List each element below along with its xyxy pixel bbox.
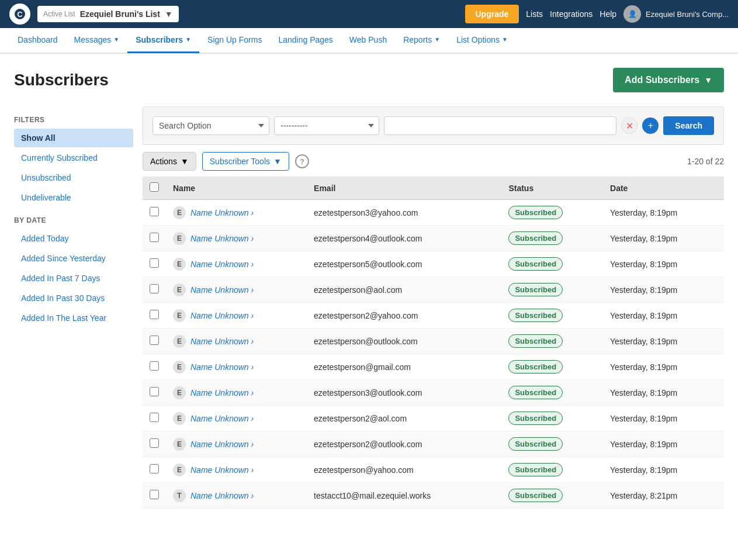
search-bar: Search Option ---------- ✕ + Search <box>143 106 724 145</box>
chevron-down-icon: ▼ <box>185 36 191 43</box>
row-checkbox[interactable] <box>150 438 159 448</box>
subscriber-type-badge: E <box>173 361 186 374</box>
sidebar-item-added-since-yesterday[interactable]: Added Since Yesterday <box>14 249 133 268</box>
table-row: E Name Unknown › ezetestperson2@aol.com … <box>143 406 724 431</box>
row-checkbox-cell <box>143 406 166 431</box>
content-area: Search Option ---------- ✕ + Search Acti… <box>143 106 724 509</box>
row-checkbox[interactable] <box>150 207 159 216</box>
status-badge: Subscribed <box>508 283 563 296</box>
add-subscribers-button[interactable]: Add Subscribers ▼ <box>613 68 724 92</box>
nav-lists-link[interactable]: Lists <box>526 9 543 19</box>
status-badge: Subscribed <box>508 489 563 502</box>
add-search-condition-button[interactable]: + <box>642 117 659 134</box>
email-cell: ezetestperson3@outlook.com <box>307 380 501 406</box>
subscriber-name-link[interactable]: Name Unknown › <box>190 234 254 243</box>
row-checkbox[interactable] <box>150 464 159 473</box>
email-cell: ezetestperson@outlook.com <box>307 329 501 354</box>
subscriber-name-link[interactable]: Name Unknown › <box>190 311 254 320</box>
table-row: E Name Unknown › ezetestperson@aol.com S… <box>143 277 724 303</box>
subscriber-name-link[interactable]: Name Unknown › <box>190 260 254 269</box>
sidebar-item-added-past-30-days[interactable]: Added In Past 30 Days <box>14 289 133 307</box>
name-cell: E Name Unknown › <box>166 457 307 483</box>
subscriber-name-link[interactable]: Name Unknown › <box>190 440 254 449</box>
status-badge: Subscribed <box>508 437 563 451</box>
name-cell: E Name Unknown › <box>166 226 307 251</box>
row-checkbox[interactable] <box>150 413 159 422</box>
email-cell: ezetestperson2@outlook.com <box>307 431 501 457</box>
main-layout: FILTERS Show All Currently Subscribed Un… <box>14 106 724 509</box>
email-cell: ezetestperson4@outlook.com <box>307 226 501 251</box>
active-list-selector[interactable]: Active List Ezequiel Bruni's List ▼ <box>37 6 179 22</box>
subscriber-name-link[interactable]: Name Unknown › <box>190 491 254 500</box>
upgrade-button[interactable]: Upgrade <box>465 5 519 23</box>
date-cell: Yesterday, 8:19pm <box>603 354 724 380</box>
date-column-header: Date <box>603 177 724 200</box>
row-checkbox[interactable] <box>150 490 159 499</box>
row-checkbox[interactable] <box>150 310 159 319</box>
sidebar-item-added-today[interactable]: Added Today <box>14 229 133 248</box>
subscriber-name-link[interactable]: Name Unknown › <box>190 285 254 295</box>
subscriber-type-badge: E <box>173 232 186 245</box>
sidebar-item-undeliverable[interactable]: Undeliverable <box>14 188 133 207</box>
sidebar-item-added-past-7-days[interactable]: Added In Past 7 Days <box>14 269 133 288</box>
row-checkbox[interactable] <box>150 387 159 396</box>
help-button[interactable]: ? <box>295 154 309 168</box>
subscriber-type-badge: E <box>173 386 186 399</box>
nav-integrations-link[interactable]: Integrations <box>550 9 593 19</box>
table-row: E Name Unknown › ezetestperson@yahoo.com… <box>143 457 724 483</box>
actions-button[interactable]: Actions ▼ <box>143 152 196 171</box>
nav-help-link[interactable]: Help <box>600 9 616 19</box>
status-cell: Subscribed <box>501 431 603 457</box>
row-checkbox[interactable] <box>150 336 159 345</box>
search-option-select[interactable]: Search Option <box>153 116 269 135</box>
date-cell: Yesterday, 8:19pm <box>603 329 724 354</box>
nav-landing-pages[interactable]: Landing Pages <box>270 27 341 53</box>
subscriber-name-link[interactable]: Name Unknown › <box>190 465 254 475</box>
row-checkbox[interactable] <box>150 258 159 268</box>
subscriber-name-link[interactable]: Name Unknown › <box>190 337 254 346</box>
name-cell: E Name Unknown › <box>166 277 307 303</box>
name-cell: E Name Unknown › <box>166 380 307 406</box>
subscriber-name-link[interactable]: Name Unknown › <box>190 208 254 217</box>
sidebar-item-unsubscribed[interactable]: Unsubscribed <box>14 168 133 187</box>
clear-search-button[interactable]: ✕ <box>621 117 637 134</box>
subscriber-type-badge: T <box>173 489 186 502</box>
subscriber-name-link[interactable]: Name Unknown › <box>190 388 254 397</box>
nav-dashboard[interactable]: Dashboard <box>9 27 66 53</box>
row-checkbox-cell <box>143 431 166 457</box>
row-checkbox[interactable] <box>150 233 159 242</box>
chevron-down-icon: ▼ <box>704 75 712 85</box>
chevron-down-icon: ▼ <box>502 36 508 43</box>
subscriber-name-link[interactable]: Name Unknown › <box>190 362 254 372</box>
table-row: T Name Unknown › testacct10@mail.ezequie… <box>143 483 724 509</box>
table-row: E Name Unknown › ezetestperson3@yahoo.co… <box>143 200 724 226</box>
row-checkbox[interactable] <box>150 284 159 293</box>
subscriber-type-badge: E <box>173 206 186 219</box>
name-cell: E Name Unknown › <box>166 251 307 277</box>
user-info[interactable]: 👤 Ezequiel Bruni's Comp... <box>623 5 729 23</box>
sidebar-item-currently-subscribed[interactable]: Currently Subscribed <box>14 148 133 167</box>
nav-list-options[interactable]: List Options ▼ <box>448 27 516 53</box>
svg-text:C: C <box>17 10 23 19</box>
row-checkbox-cell <box>143 354 166 380</box>
sidebar-item-added-last-year[interactable]: Added In The Last Year <box>14 309 133 327</box>
name-cell: T Name Unknown › <box>166 483 307 509</box>
page-title: Subscribers <box>14 71 109 89</box>
nav-web-push[interactable]: Web Push <box>341 27 395 53</box>
row-checkbox[interactable] <box>150 361 159 371</box>
nav-reports[interactable]: Reports ▼ <box>395 27 448 53</box>
search-condition-select[interactable]: ---------- <box>274 116 379 135</box>
nav-messages[interactable]: Messages ▼ <box>66 27 128 53</box>
page-count: 1-20 of 22 <box>687 157 724 166</box>
subscriber-tools-button[interactable]: Subscriber Tools ▼ <box>202 152 289 171</box>
search-text-input[interactable] <box>384 116 616 135</box>
nav-subscribers[interactable]: Subscribers ▼ <box>127 27 199 53</box>
select-all-checkbox[interactable] <box>150 182 159 192</box>
subscriber-name-link[interactable]: Name Unknown › <box>190 414 254 423</box>
subscriber-type-badge: E <box>173 258 186 271</box>
search-button[interactable]: Search <box>663 116 714 135</box>
sidebar-item-show-all[interactable]: Show All <box>14 129 133 147</box>
status-cell: Subscribed <box>501 380 603 406</box>
nav-signup-forms[interactable]: Sign Up Forms <box>199 27 270 53</box>
chevron-down-icon: ▼ <box>113 36 119 43</box>
